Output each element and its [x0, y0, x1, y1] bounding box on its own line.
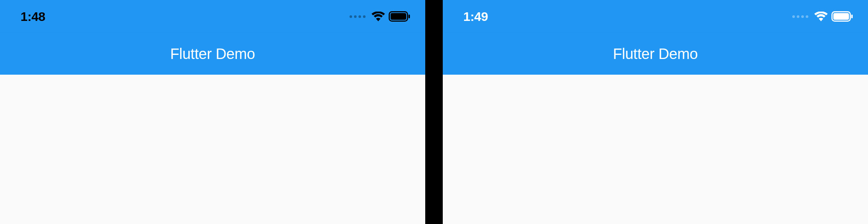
svg-rect-4 [833, 13, 849, 20]
app-body [443, 75, 868, 224]
app-bar: Flutter Demo [0, 33, 425, 75]
phone-screen-left: 1:48 Flutter Demo [0, 0, 425, 224]
screen-divider [425, 0, 443, 224]
app-title: Flutter Demo [170, 46, 255, 62]
status-time: 1:48 [21, 9, 45, 24]
phone-screen-right: 1:49 Flutter Demo [443, 0, 868, 224]
status-indicators [792, 11, 853, 22]
cellular-dots-icon [792, 15, 808, 18]
wifi-icon [372, 12, 385, 21]
status-bar: 1:49 [443, 0, 868, 33]
status-time: 1:49 [463, 9, 488, 24]
status-indicators [350, 11, 410, 22]
svg-rect-5 [851, 15, 853, 18]
app-bar: Flutter Demo [443, 33, 868, 75]
svg-rect-2 [408, 15, 410, 18]
wifi-icon [814, 12, 828, 21]
app-body [0, 75, 425, 224]
status-bar: 1:48 [0, 0, 425, 33]
battery-icon [389, 11, 410, 22]
cellular-dots-icon [350, 15, 366, 18]
svg-rect-1 [391, 13, 406, 20]
battery-icon [831, 11, 853, 22]
app-title: Flutter Demo [613, 46, 698, 62]
